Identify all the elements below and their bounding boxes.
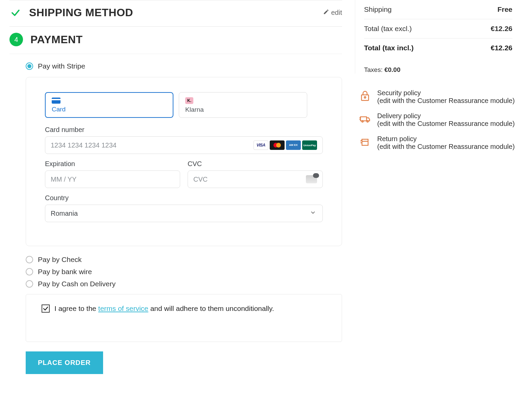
pay-option-label: Pay with Stripe [38, 62, 85, 70]
field-country: Country Romania [45, 194, 323, 222]
svg-point-3 [362, 121, 363, 122]
unionpay-icon: UnionPay [302, 140, 317, 150]
field-expiration: Expiration [45, 160, 180, 188]
summary-total-incl-value: €12.26 [491, 44, 512, 52]
policy-security-sub: (edit with the Customer Reassurance modu… [377, 97, 515, 105]
stripe-panel: Card K. Klarna Card number [26, 77, 342, 246]
pencil-icon [323, 9, 329, 17]
section-payment: 4 PAYMENT Pay with Stripe [9, 26, 342, 374]
svg-point-4 [367, 121, 368, 122]
terms-box: I agree to the terms of service and will… [26, 294, 342, 342]
summary-total-excl-value: €12.26 [491, 25, 512, 33]
summary-shipping-value: Free [498, 5, 512, 14]
policy-security: Security policy (edit with the Customer … [358, 89, 521, 105]
country-select[interactable]: Romania [45, 205, 323, 222]
lock-icon [358, 89, 372, 103]
tab-card[interactable]: Card [45, 92, 173, 118]
country-value: Romania [51, 210, 78, 217]
field-cvc: CVC [188, 160, 323, 188]
summary-shipping-label: Shipping [364, 5, 392, 14]
amex-icon: AM EX [286, 140, 301, 150]
payment-title: PAYMENT [30, 33, 83, 46]
radio-icon [26, 62, 33, 70]
svg-point-1 [364, 97, 366, 98]
return-icon [358, 135, 372, 149]
cvc-label: CVC [188, 160, 323, 168]
policy-delivery-sub: (edit with the Customer Reassurance modu… [377, 120, 515, 128]
policy-security-title: Security policy [377, 89, 515, 97]
summary-taxes: Taxes: €0.00 [364, 66, 512, 74]
card-icon [52, 98, 61, 104]
chevron-down-icon [310, 209, 316, 218]
taxes-value: €0.00 [384, 66, 401, 73]
card-number-input-wrapper: VISA AM EX UnionPay [45, 136, 323, 154]
checkout-main: SHIPPING METHOD edit 4 PAYMENT [0, 0, 352, 374]
terms-checkbox[interactable] [42, 305, 50, 313]
policy-delivery-title: Delivery policy [377, 112, 515, 120]
policy-delivery: Delivery policy (edit with the Customer … [358, 112, 521, 128]
card-number-label: Card number [45, 126, 323, 134]
tab-klarna[interactable]: K. Klarna [179, 92, 307, 118]
field-card-number: Card number VISA AM EX UnionPay [45, 126, 323, 154]
terms-prefix: I agree to the [54, 305, 98, 312]
checkmark-icon [9, 7, 22, 19]
place-order-button[interactable]: PLACE ORDER [26, 351, 103, 374]
svg-rect-5 [362, 139, 368, 145]
svg-rect-0 [362, 95, 369, 101]
edit-shipping-link[interactable]: edit [323, 9, 342, 17]
pay-option-stripe[interactable]: Pay with Stripe [26, 62, 342, 70]
radio-icon [26, 268, 33, 275]
terms-suffix: and will adhere to them unconditionally. [148, 305, 274, 312]
terms-text: I agree to the terms of service and will… [54, 305, 274, 313]
order-summary: Shipping Free Total (tax excl.) €12.26 T… [355, 0, 521, 74]
policies: Security policy (edit with the Customer … [355, 81, 521, 151]
radio-icon [26, 256, 33, 263]
expiration-label: Expiration [45, 160, 180, 168]
visa-icon: VISA [253, 140, 268, 150]
radio-icon [26, 280, 33, 288]
summary-total-excl-label: Total (tax excl.) [364, 25, 412, 33]
truck-icon [358, 112, 372, 126]
pay-option-bankwire[interactable]: Pay by bank wire [26, 268, 342, 276]
checkout-sidebar: Shipping Free Total (tax excl.) €12.26 T… [352, 0, 521, 158]
pay-option-check[interactable]: Pay by Check [26, 256, 342, 264]
expiration-input[interactable] [51, 176, 174, 183]
shipping-title: SHIPPING METHOD [29, 6, 133, 19]
pay-option-cod[interactable]: Pay by Cash on Delivery [26, 280, 342, 288]
card-number-input[interactable] [51, 141, 253, 149]
step-number-badge: 4 [9, 33, 23, 46]
svg-rect-2 [361, 117, 367, 121]
section-shipping: SHIPPING METHOD edit [9, 0, 342, 26]
mastercard-icon [270, 140, 285, 150]
pay-option-label: Pay by Cash on Delivery [38, 280, 116, 288]
klarna-icon: K. [185, 97, 193, 104]
policy-return-sub: (edit with the Customer Reassurance modu… [377, 143, 515, 151]
policy-return-title: Return policy [377, 135, 515, 143]
terms-link[interactable]: terms of service [98, 305, 148, 312]
country-label: Country [45, 194, 323, 202]
cvc-icon [306, 175, 317, 183]
card-brands: VISA AM EX UnionPay [253, 140, 317, 150]
pay-option-label: Pay by Check [38, 256, 82, 264]
tab-card-label: Card [52, 106, 167, 113]
summary-total-incl-label: Total (tax incl.) [364, 44, 414, 52]
tab-klarna-label: Klarna [185, 106, 301, 113]
edit-label: edit [331, 9, 342, 17]
taxes-label: Taxes: [364, 66, 384, 73]
pay-option-label: Pay by bank wire [38, 268, 92, 276]
cvc-input[interactable] [193, 176, 306, 183]
policy-return: Return policy (edit with the Customer Re… [358, 135, 521, 151]
